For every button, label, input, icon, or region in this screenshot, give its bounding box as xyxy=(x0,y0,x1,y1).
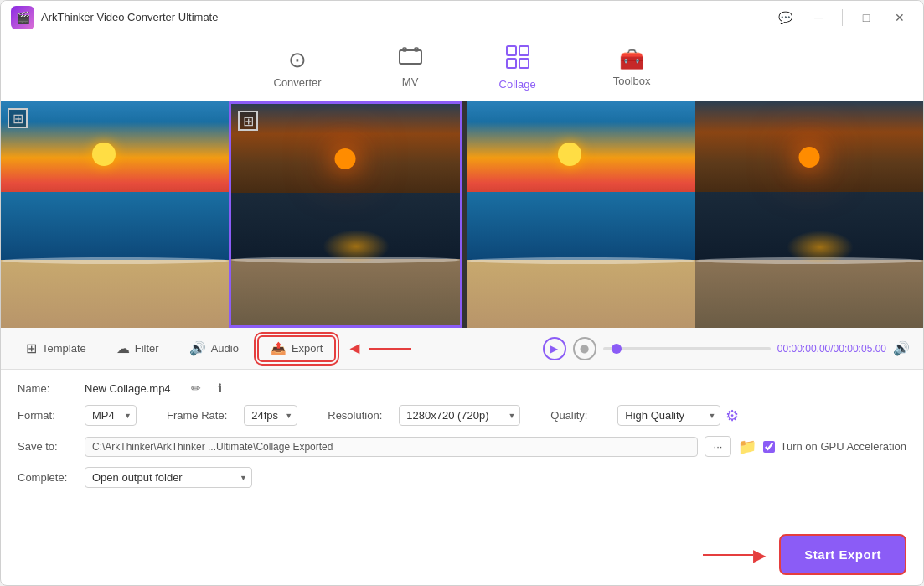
nav-collage[interactable]: Collage xyxy=(486,39,550,97)
start-export-button[interactable]: Start Export xyxy=(779,534,906,575)
svg-rect-0 xyxy=(400,50,421,64)
audio-button[interactable]: 🔊 Audio xyxy=(178,335,250,361)
progress-track[interactable] xyxy=(603,347,771,350)
title-bar: 🎬 ArkThinker Video Converter Ultimate 💬 … xyxy=(1,1,923,34)
template-button[interactable]: ⊞ Template xyxy=(14,335,98,361)
preview-panel-4[interactable] xyxy=(695,101,923,328)
export-icon: 📤 xyxy=(271,341,286,356)
minimize-button[interactable]: ─ xyxy=(805,6,832,29)
template-label: Template xyxy=(42,342,86,355)
export-button[interactable]: 📤 Export xyxy=(257,335,337,362)
beach-image-4 xyxy=(695,101,923,328)
resolution-select[interactable]: 1280x720 (720p) 1920x1080 (1080p) 3840x2… xyxy=(399,405,520,426)
add-media-icon-2[interactable]: ⊞ xyxy=(238,111,258,131)
path-row: C:\ArkThinker\ArkThinker ...Ultimate\Col… xyxy=(85,436,906,457)
framerate-label: Frame Rate: xyxy=(167,409,227,422)
arrow-indicator: ◄ xyxy=(346,339,363,358)
complete-select-wrapper: Open output folder Do nothing Shut down xyxy=(85,467,252,488)
saveto-row: Save to: C:\ArkThinker\ArkThinker ...Ult… xyxy=(18,436,906,457)
svg-rect-5 xyxy=(519,46,529,55)
quality-settings-icon[interactable]: ⚙ xyxy=(725,407,739,425)
arrow-head-export: ▶ xyxy=(753,545,766,565)
collage-icon xyxy=(506,45,529,75)
quality-label: Quality: xyxy=(550,409,601,422)
framerate-select[interactable]: 24fps 30fps 60fps xyxy=(244,405,297,426)
resolution-label: Resolution: xyxy=(328,409,382,422)
audio-label: Audio xyxy=(211,342,239,355)
play-button[interactable]: ▶ xyxy=(543,337,566,360)
nav-toolbox-label: Toolbox xyxy=(613,75,651,87)
edit-icon[interactable]: ✏ xyxy=(191,381,201,395)
settings-area: Name: New Collage.mp4 ✏ ℹ Format: MP4 AV… xyxy=(1,370,923,534)
close-button[interactable]: ✕ xyxy=(886,6,913,29)
gpu-label: Turn on GPU Acceleration xyxy=(780,440,906,453)
svg-rect-6 xyxy=(507,59,516,68)
start-export-area: ▶ Start Export xyxy=(1,534,923,585)
beach-image-1 xyxy=(1,101,229,328)
quality-select-wrapper: High Quality Medium Quality Low Quality xyxy=(617,405,720,426)
filter-button[interactable]: ☁ Filter xyxy=(105,335,171,361)
svg-rect-7 xyxy=(519,59,529,68)
gpu-checkbox[interactable] xyxy=(763,441,775,453)
name-label: Name: xyxy=(18,382,68,395)
export-label: Export xyxy=(292,342,323,355)
format-row: Format: MP4 AVI MOV Frame Rate: 24fps 30… xyxy=(18,405,906,426)
save-path: C:\ArkThinker\ArkThinker ...Ultimate\Col… xyxy=(85,437,698,457)
name-row: Name: New Collage.mp4 ✏ ℹ xyxy=(18,381,906,395)
nav-mv-label: MV xyxy=(402,75,419,88)
preview-panel-2[interactable]: ⊞ xyxy=(229,101,462,328)
mv-icon xyxy=(399,47,422,72)
add-media-icon-1[interactable]: ⊞ xyxy=(8,108,28,128)
arrow-line-horizontal xyxy=(369,348,411,350)
beach-image-3 xyxy=(467,101,695,328)
beach-image-2 xyxy=(231,104,459,325)
info-icon[interactable]: ℹ xyxy=(218,381,222,395)
complete-label: Complete: xyxy=(18,471,68,484)
complete-row: Complete: Open output folder Do nothing … xyxy=(18,467,906,488)
folder-icon[interactable]: 📁 xyxy=(738,438,756,456)
stop-button[interactable]: ⬤ xyxy=(573,337,596,360)
name-value: New Collage.mp4 xyxy=(85,382,171,395)
gpu-checkbox-label[interactable]: Turn on GPU Acceleration xyxy=(763,440,906,453)
progress-thumb[interactable] xyxy=(612,344,622,354)
restore-button[interactable]: □ xyxy=(853,6,880,29)
svg-rect-4 xyxy=(507,46,516,55)
title-controls: 💬 ─ □ ✕ xyxy=(772,6,913,29)
playback-controls: ▶ ⬤ 00:00:00.00/00:00:05.00 🔊 xyxy=(543,337,910,360)
preview-area: ⊞ ⊞ xyxy=(1,101,923,328)
framerate-select-wrapper: 24fps 30fps 60fps xyxy=(244,405,297,426)
chat-button[interactable]: 💬 xyxy=(772,6,798,29)
volume-icon[interactable]: 🔊 xyxy=(893,340,910,356)
filter-label: Filter xyxy=(135,342,159,355)
format-select-wrapper: MP4 AVI MOV xyxy=(85,405,137,426)
filter-icon: ☁ xyxy=(116,340,130,356)
toolbar: ⊞ Template ☁ Filter 🔊 Audio 📤 Export ◄ ▶… xyxy=(1,328,923,370)
dots-button[interactable]: ··· xyxy=(705,436,732,457)
toolbox-icon: 🧰 xyxy=(619,48,644,71)
time-display: 00:00:00.00/00:00:05.00 xyxy=(777,343,886,355)
quality-wrapper: High Quality Medium Quality Low Quality … xyxy=(617,405,739,426)
resolution-select-wrapper: 1280x720 (720p) 1920x1080 (1080p) 3840x2… xyxy=(399,405,520,426)
nav-bar: ⊙ Converter MV xyxy=(1,34,923,101)
separator xyxy=(842,9,843,26)
saveto-label: Save to: xyxy=(18,440,68,453)
app-icon: 🎬 xyxy=(11,6,34,29)
converter-icon: ⊙ xyxy=(288,47,307,73)
arrow-line-export xyxy=(703,554,753,556)
audio-icon: 🔊 xyxy=(189,340,206,356)
app-title: ArkThinker Video Converter Ultimate xyxy=(41,11,772,23)
app-window: 🎬 ArkThinker Video Converter Ultimate 💬 … xyxy=(0,0,924,586)
nav-converter[interactable]: ⊙ Converter xyxy=(261,40,335,96)
nav-mv[interactable]: MV xyxy=(385,40,436,95)
template-icon: ⊞ xyxy=(26,340,37,356)
arrow-indicator-export: ▶ xyxy=(703,545,766,565)
preview-panel-1[interactable]: ⊞ xyxy=(1,101,229,328)
format-select[interactable]: MP4 AVI MOV xyxy=(85,405,137,426)
quality-select[interactable]: High Quality Medium Quality Low Quality xyxy=(617,405,720,426)
nav-converter-label: Converter xyxy=(274,76,322,89)
nav-collage-label: Collage xyxy=(499,78,536,91)
format-label: Format: xyxy=(18,409,68,422)
nav-toolbox[interactable]: 🧰 Toolbox xyxy=(600,41,664,94)
complete-select[interactable]: Open output folder Do nothing Shut down xyxy=(85,467,252,488)
preview-panel-3[interactable] xyxy=(467,101,695,328)
